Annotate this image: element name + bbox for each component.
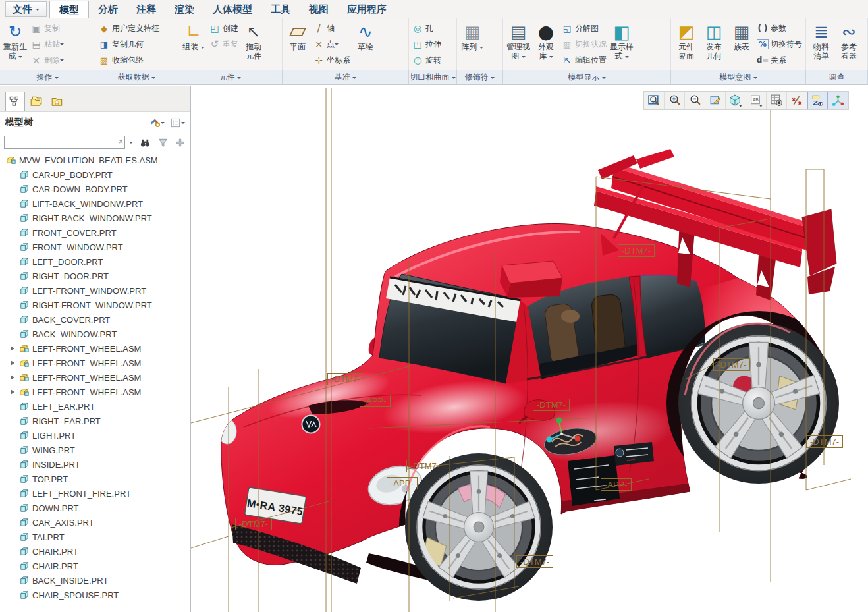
button-复制几何[interactable]: ◨复制几何 [98,36,159,52]
ribbon-group-label-获取数据[interactable]: 获取数据 [95,70,178,84]
datum-display-button[interactable] [787,92,807,109]
tree-item[interactable]: CAR_AXIS.PRT [0,515,190,530]
spin-center-button[interactable] [828,92,848,109]
button-点[interactable]: ×点 [313,36,350,52]
tree-item[interactable]: LIFT-BACK_WINDONW.PRT [0,196,190,211]
menu-tab-工具[interactable]: 工具 [261,1,300,18]
expand-icon[interactable] [9,360,18,366]
menu-tab-应用程序[interactable]: 应用程序 [338,1,396,18]
ribbon-group-label-切口和曲面[interactable]: 切口和曲面 [409,70,457,84]
menu-tab-分析[interactable]: 分析 [89,1,127,18]
saved-orientations-button[interactable]: AB [746,92,767,109]
button-切换符号[interactable]: %切换符号 [757,36,802,52]
button-参数[interactable]: ( )参数 [757,20,802,36]
button-物料清单[interactable]: ≣物料清单 [807,20,835,69]
tree-item[interactable]: FRONT_WINDOW.PRT [0,240,190,254]
tree-item[interactable]: LEFT_FRONT_FIRE.PRT [0,486,190,501]
tree-item[interactable]: LEFT_DOOR.PRT [0,254,190,269]
ribbon-group-label-调查[interactable]: 调查 [806,70,868,84]
tree-item[interactable]: LEFT-FRONT_WHEEL.ASM [0,356,190,370]
ribbon-group-label-元件[interactable]: 元件 [178,70,283,84]
ribbon-group-label-模型意图[interactable]: 模型意图 [671,70,806,84]
zoom-out-button[interactable] [685,92,705,109]
display-style-button[interactable] [726,92,746,109]
button-旋转[interactable]: ◷旋转 [412,52,441,68]
expand-icon[interactable] [9,375,18,380]
button-重新生成[interactable]: ↻重新生成 [1,20,29,69]
tree-item[interactable]: MVW_EVOLUTION_BEATLES.ASM [0,153,190,167]
tree-item[interactable]: WING.PRT [0,443,190,457]
button-拉伸[interactable]: ◳拉伸 [412,36,441,52]
button-显示样式[interactable]: ◧显示样式 [608,20,636,69]
button-轴[interactable]: ∕轴 [313,20,350,36]
file-menu-button[interactable]: 文件 [5,1,47,17]
tree-item[interactable]: BACK_INSIDE.PRT [0,573,190,588]
chevron-down-icon[interactable] [181,122,185,126]
tree-item[interactable]: CAR-DOWN_BODY.PRT [0,182,190,196]
filter-icon[interactable] [157,137,169,148]
menu-tab-渲染[interactable]: 渲染 [165,1,203,18]
tree-item[interactable]: LEFT-FRONT_WINDOW.PRT [0,283,190,298]
button-元件界面[interactable]: ◩元件界面 [672,20,700,69]
tree-item[interactable]: RIGHT-FRONT_WINDOW.PRT [0,298,190,312]
zoom-region-button[interactable] [644,92,665,109]
button-拖动元件[interactable]: ↖拖动元件 [240,20,267,69]
expand-icon[interactable] [9,389,18,395]
button-创建[interactable]: ◰创建 [209,20,238,36]
button-孔[interactable]: ◎孔 [412,20,441,36]
annotation-display-button[interactable] [807,92,828,109]
layers-tab[interactable] [26,92,46,111]
rear-wheel[interactable] [678,323,839,484]
button-用户定义特征[interactable]: ◆用户定义特征 [98,20,159,36]
button-坐标系[interactable]: ⊹坐标系 [313,52,350,68]
tree-item[interactable]: LIGHT.PRT [0,428,190,443]
tree-item[interactable]: RIGHT_EAR.PRT [0,414,190,428]
tree-item[interactable]: LEFT_EAR.PRT [0,399,190,414]
button-发布几何[interactable]: ◫发布几何 [700,20,728,69]
tree-search-input[interactable] [4,136,125,149]
tree-item[interactable]: FRONT_COVER.PRT [0,225,190,240]
tree-item[interactable]: BACK_COVER.PRT [0,312,190,327]
tree-item[interactable]: RIGHT-BACK_WINDONW.PRT [0,211,190,225]
button-阵列[interactable]: ▦阵列 [458,20,486,69]
tree-item[interactable]: CHAIR.PRT [0,559,190,573]
button-编辑位置[interactable]: ⇱编辑位置 [561,52,607,68]
ribbon-group-label-修饰符[interactable]: 修饰符 [457,70,503,84]
button-收缩包络[interactable]: ▨收缩包络 [98,52,159,68]
tree-display-options-button[interactable] [170,117,181,128]
menu-tab-模型[interactable]: 模型 [49,1,89,18]
tree-item[interactable]: BACK_WINDOW.PRT [0,327,190,341]
tree-item[interactable]: RIGHT_DOOR.PRT [0,269,190,283]
ribbon-group-label-操作[interactable]: 操作 [0,70,95,84]
menu-tab-人体模型[interactable]: 人体模型 [203,1,261,18]
clear-search-icon[interactable]: × [119,137,123,146]
menu-tab-视图[interactable]: 视图 [300,1,338,18]
menu-tab-注释[interactable]: 注释 [127,1,165,18]
button-参考看器[interactable]: ∾参考看器 [835,20,863,69]
3d-viewport[interactable]: M•RA 3975 [191,86,868,612]
view-manager-button[interactable] [767,92,787,109]
ribbon-group-label-基准[interactable]: 基准 [283,70,409,84]
repaint-button[interactable] [705,92,726,109]
button-管理视图[interactable]: ▤管理视图 [504,20,532,69]
tree-item[interactable]: TAI.PRT [0,530,190,544]
button-外观库[interactable]: ●外观库 [532,20,560,69]
tree-item[interactable]: CAR-UP_BODY.PRT [0,167,190,182]
tree-item[interactable]: LEFT-FRONT_WHEEL.ASM [0,385,190,399]
tree-item[interactable]: LEFT-FRONT_WHEEL.ASM [0,341,190,356]
button-关系[interactable]: d=关系 [757,52,802,68]
button-组装[interactable]: ∟组装 [180,20,207,69]
tree-structure-tab[interactable] [5,92,25,111]
favorites-tab[interactable] [47,92,67,111]
button-分解图[interactable]: ◱分解图 [561,20,607,36]
tree-settings-button[interactable] [149,117,161,128]
button-族表[interactable]: ▦族表 [728,20,755,69]
search-dropdown-icon[interactable] [129,142,133,146]
ribbon-group-label-模型显示[interactable]: 模型显示 [503,70,671,84]
tree-item[interactable]: CHAIR.PRT [0,544,190,559]
find-icon[interactable] [140,137,151,148]
button-草绘[interactable]: ∿草绘 [352,20,379,69]
tree-item[interactable]: TOP.PRT [0,472,190,486]
button-平面[interactable]: 平面 [284,20,312,69]
tree-item[interactable]: DOWN.PRT [0,501,190,515]
